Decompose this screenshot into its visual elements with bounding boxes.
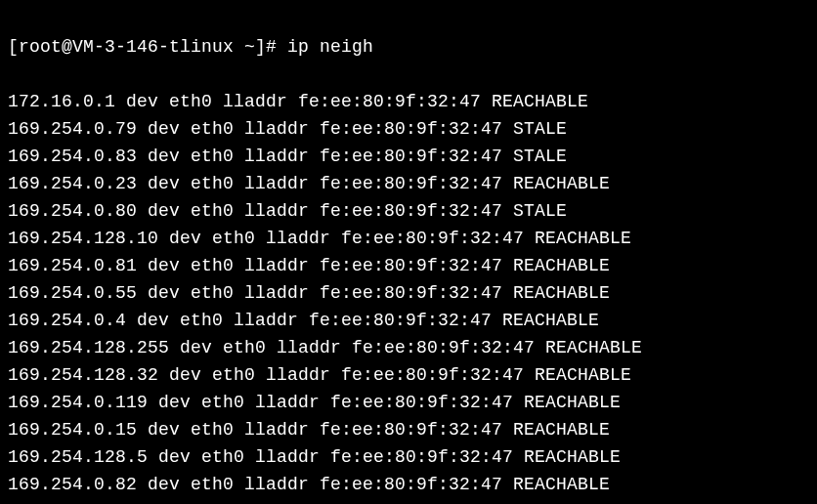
neighbor-entry: 169.254.0.119 dev eth0 lladdr fe:ee:80:9… <box>8 389 809 416</box>
neighbor-entry: 169.254.0.55 dev eth0 lladdr fe:ee:80:9f… <box>8 279 809 307</box>
neighbor-entry: 169.254.128.5 dev eth0 lladdr fe:ee:80:9… <box>8 443 809 471</box>
neighbor-entry: 169.254.0.15 dev eth0 lladdr fe:ee:80:9f… <box>8 416 809 443</box>
neighbor-entry: 169.254.128.32 dev eth0 lladdr fe:ee:80:… <box>8 361 809 389</box>
neighbor-entry: 169.254.0.83 dev eth0 lladdr fe:ee:80:9f… <box>8 143 809 170</box>
neighbor-entry: 169.254.128.10 dev eth0 lladdr fe:ee:80:… <box>8 225 809 252</box>
command-text: ip neigh <box>287 37 373 57</box>
neighbor-entry: 169.254.0.81 dev eth0 lladdr fe:ee:80:9f… <box>8 252 809 279</box>
shell-prompt: [root@VM-3-146-tlinux ~]# <box>8 37 287 57</box>
terminal[interactable]: [root@VM-3-146-tlinux ~]# ip neigh 172.1… <box>0 0 817 504</box>
neighbor-entry: 169.254.0.79 dev eth0 lladdr fe:ee:80:9f… <box>8 115 809 143</box>
neighbor-entry: 172.16.0.1 dev eth0 lladdr fe:ee:80:9f:3… <box>8 88 809 115</box>
neighbor-entry: 169.254.0.4 dev eth0 lladdr fe:ee:80:9f:… <box>8 307 809 334</box>
neighbor-entry: 169.254.0.23 dev eth0 lladdr fe:ee:80:9f… <box>8 170 809 197</box>
command-output: 172.16.0.1 dev eth0 lladdr fe:ee:80:9f:3… <box>8 88 809 504</box>
neighbor-entry: 169.254.0.80 dev eth0 lladdr fe:ee:80:9f… <box>8 197 809 225</box>
neighbor-entry: 169.254.0.2 dev eth0 lladdr fe:ee:80:9f:… <box>8 498 809 504</box>
neighbor-entry: 169.254.0.82 dev eth0 lladdr fe:ee:80:9f… <box>8 471 809 498</box>
prompt-line: [root@VM-3-146-tlinux ~]# ip neigh <box>8 33 809 61</box>
neighbor-entry: 169.254.128.255 dev eth0 lladdr fe:ee:80… <box>8 334 809 361</box>
